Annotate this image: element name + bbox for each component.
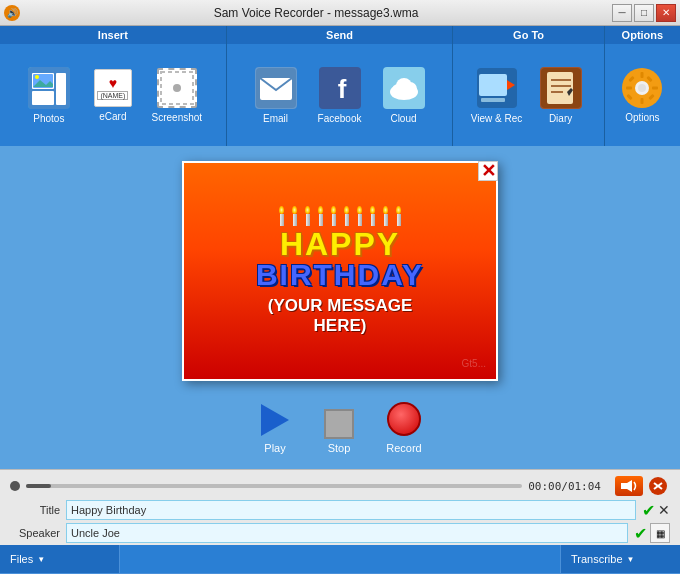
title-field-row: Title ✔ ✕ [10,500,670,520]
facebook-button[interactable]: f Facebook [310,59,370,131]
title-confirm-button[interactable]: ✔ [642,501,655,520]
happy-text: HAPPY [280,228,400,260]
window-title: Sam Voice Recorder - message3.wma [20,6,612,20]
photos-svg [28,67,70,109]
stop-label: Stop [328,442,351,454]
svg-rect-32 [626,86,632,89]
toolbar-section-insert: Insert Photos ♥ [0,26,227,146]
send-buttons: Email f Facebook [240,44,440,146]
candle-8 [370,206,375,226]
options-button[interactable]: Options [612,59,672,131]
play-triangle-icon [261,404,289,436]
screenshot-button[interactable]: Screenshot [147,59,207,131]
progress-handle[interactable] [10,481,20,491]
stop-button[interactable]: Stop [324,409,354,454]
email-label: Email [263,113,288,124]
email-svg [256,68,296,108]
photos-icon [28,67,70,109]
screenshot-svg [159,70,195,106]
transcribe-status-button[interactable]: Transcribe ▼ [560,545,680,573]
speaker-confirm-button[interactable]: ✔ [634,524,647,543]
options-section-label: Options [605,26,680,44]
speaker-button[interactable] [615,476,643,496]
candle-4 [318,206,323,226]
viewrec-button[interactable]: View & Rec [467,59,527,131]
title-field-actions: ✔ ✕ [642,501,670,520]
photos-label: Photos [33,113,64,124]
play-button[interactable]: Play [256,401,294,454]
svg-rect-19 [479,74,507,96]
facebook-icon: f [319,67,361,109]
svg-point-5 [35,75,39,79]
svg-rect-23 [547,72,573,104]
ecard-button[interactable]: ♥ (NAME) eCard [83,59,143,131]
stop-icon [324,409,354,439]
close-button[interactable]: ✕ [656,4,676,22]
diary-button[interactable]: Diary [531,59,591,131]
facebook-label: Facebook [318,113,362,124]
toolbar-section-goto: Go To View & Rec [453,26,604,146]
goto-section-label: Go To [453,26,603,44]
window-controls: ─ □ ✕ [612,4,676,22]
speaker-type-button[interactable]: ▦ [650,523,670,543]
progress-track[interactable] [26,484,522,488]
status-bar: Files ▼ Transcribe ▼ [0,545,680,573]
card-close-button[interactable]: ✕ [478,161,498,181]
progress-bar-row: 00:00/01:04 [0,470,680,498]
record-icon [387,402,421,436]
time-display: 00:00/01:04 [528,480,601,493]
bottom-panel: 00:00/01:04 Title ✔ ✕ [0,469,680,545]
candle-2 [292,206,297,226]
transcribe-label: Transcribe [571,553,623,565]
speaker-type-icon: ▦ [656,528,665,539]
speaker-input[interactable] [66,523,628,543]
files-chevron-icon: ▼ [37,555,45,564]
candles-top-row [279,206,401,226]
title-cancel-button[interactable]: ✕ [658,502,670,518]
ecard-label: eCard [99,111,126,122]
main-content: ✕ HAPPY BIRTHDAY (YOUR MESSAGEHERE) Gt5.… [0,146,680,469]
diary-svg [541,68,581,108]
play-label: Play [264,442,285,454]
svg-rect-21 [481,98,505,102]
diary-label: Diary [549,113,572,124]
title-bar: 🔊 Sam Voice Recorder - message3.wma ─ □ … [0,0,680,26]
cloud-svg [384,68,424,108]
title-field-label: Title [10,504,60,516]
cloud-button[interactable]: Cloud [374,59,434,131]
delete-recording-button[interactable] [646,476,670,496]
viewrec-label: View & Rec [471,113,523,124]
candle-5 [331,206,336,226]
photos-button[interactable]: Photos [19,59,79,131]
svg-rect-30 [641,72,644,78]
candle-3 [305,206,310,226]
minimize-button[interactable]: ─ [612,4,632,22]
speaker-field-row: Speaker ✔ ▦ [10,523,670,543]
files-status-button[interactable]: Files ▼ [0,545,120,573]
maximize-button[interactable]: □ [634,4,654,22]
email-button[interactable]: Email [246,59,306,131]
viewrec-icon [476,67,518,109]
svg-rect-3 [56,73,66,105]
options-buttons: Options [606,44,678,146]
insert-buttons: Photos ♥ (NAME) eCard Screenshot [13,44,213,146]
title-input[interactable] [66,500,636,520]
record-icon-wrapper [384,399,424,439]
record-button[interactable]: Record [384,399,424,454]
birthday-card-container: ✕ HAPPY BIRTHDAY (YOUR MESSAGEHERE) Gt5.… [182,161,498,381]
options-gear-svg [623,69,661,107]
play-icon [256,401,294,439]
candle-10 [396,206,401,226]
record-label: Record [386,442,421,454]
playback-controls: Play Stop Record [256,399,424,454]
birthday-card: HAPPY BIRTHDAY (YOUR MESSAGEHERE) Gt5... [184,163,496,379]
svg-marker-38 [621,480,632,492]
svg-text:f: f [337,74,346,104]
ecard-icon: ♥ (NAME) [94,69,132,107]
svg-point-29 [638,84,646,92]
toolbar-section-options: Options [605,26,680,146]
diary-icon [540,67,582,109]
candle-7 [357,206,362,226]
speaker-field-actions: ✔ ▦ [634,523,670,543]
email-icon [255,67,297,109]
